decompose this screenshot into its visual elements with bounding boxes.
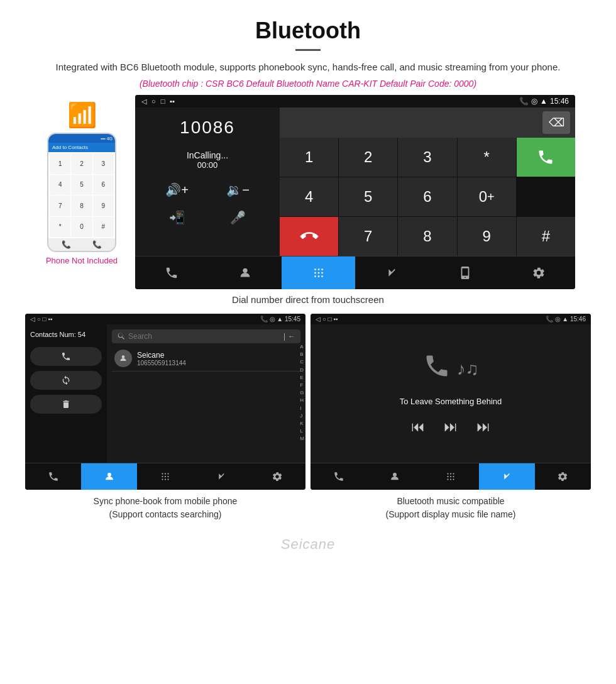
- bottom-call-log[interactable]: [135, 256, 209, 289]
- alpha-j: J: [300, 412, 304, 419]
- music-status-time: 15:46: [570, 316, 586, 323]
- phone-key-6[interactable]: 6: [93, 175, 114, 196]
- phone-key-0[interactable]: 0: [71, 217, 92, 238]
- bottom-contacts[interactable]: [209, 256, 282, 289]
- phone-key-4[interactable]: 4: [50, 175, 70, 196]
- phone-key-star[interactable]: *: [50, 217, 70, 238]
- cb-contacts-active[interactable]: [81, 463, 137, 490]
- alpha-b: B: [300, 351, 304, 358]
- call-action-button[interactable]: [30, 347, 102, 366]
- phone-key-1[interactable]: 1: [50, 153, 70, 174]
- mb-settings[interactable]: [535, 463, 591, 490]
- phone-key-7[interactable]: 7: [50, 196, 70, 216]
- phone-key-hash[interactable]: #: [93, 217, 114, 238]
- alpha-h: H: [300, 397, 304, 404]
- sync-action-button[interactable]: [30, 371, 102, 390]
- mb-bluetooth-active[interactable]: [479, 463, 535, 490]
- contacts-right-panel: | ← Seicane 10655059113144: [107, 324, 305, 463]
- backspace-button[interactable]: ⌫: [542, 111, 570, 134]
- wifi-status-icon: ▲: [540, 97, 547, 106]
- volume-up-icon[interactable]: 🔊+: [165, 182, 189, 197]
- svg-point-10: [122, 355, 125, 358]
- key-7[interactable]: 7: [339, 217, 397, 256]
- bottom-bt-phone[interactable]: [429, 256, 502, 289]
- play-pause-button[interactable]: ⏭: [444, 419, 458, 435]
- main-bottom-bar: [135, 256, 575, 289]
- cb-call[interactable]: [25, 463, 81, 490]
- bottom-bluetooth[interactable]: [355, 256, 429, 289]
- page-title: Bluetooth: [25, 18, 591, 44]
- main-status-bar: ◁ ○ □ ▪▪ 📞 ◎ ▲ 15:46: [135, 95, 575, 108]
- main-content-area: 📶 ▪▪▪ 4G Add to Contacts 1 2 3 4 5 6 7 8: [0, 95, 616, 289]
- key-4[interactable]: 4: [280, 177, 338, 216]
- phone-key-3[interactable]: 3: [93, 153, 114, 174]
- music-status-right: 📞 ◎ ▲ 15:46: [546, 316, 586, 323]
- small-screens-row: ◁ ○ □ ▪▪ 📞 ◎ ▲ 15:45 Contacts Num: 54: [0, 314, 616, 490]
- svg-point-1: [314, 268, 316, 270]
- phone-key-9[interactable]: 9: [93, 196, 114, 216]
- phone-mock-header: Add to Contacts: [48, 143, 115, 152]
- key-8[interactable]: 8: [398, 217, 456, 256]
- phone-key-8[interactable]: 8: [71, 196, 92, 216]
- alpha-i: I: [300, 405, 304, 412]
- previous-track-button[interactable]: ⏮: [411, 419, 425, 435]
- mute-mic-icon[interactable]: 🎤: [230, 210, 246, 225]
- svg-point-28: [447, 478, 448, 480]
- key-3[interactable]: 3: [398, 138, 456, 177]
- phone-mock-status-icons: ▪▪▪ 4G: [101, 136, 113, 141]
- phone-key-2[interactable]: 2: [71, 153, 92, 174]
- cb-numpad[interactable]: [137, 463, 193, 490]
- location-status-icon: ◎: [531, 97, 537, 106]
- svg-point-29: [450, 478, 451, 480]
- contact-entry[interactable]: Seicane 10655059113144: [112, 346, 300, 372]
- next-track-button[interactable]: ⏭: [476, 419, 490, 435]
- music-phone-icon: [423, 352, 451, 385]
- key-2[interactable]: 2: [339, 138, 397, 177]
- search-input[interactable]: [128, 332, 281, 341]
- backspace-search-icon[interactable]: ←: [288, 332, 295, 341]
- bt-info-text: (Bluetooth chip : CSR BC6 Default Blueto…: [25, 79, 591, 89]
- status-right-icons: 📞 ◎ ▲ 15:46: [519, 97, 569, 106]
- key-0plus[interactable]: 0+: [458, 177, 516, 216]
- bottom-numpad-active[interactable]: [282, 256, 355, 289]
- svg-point-5: [317, 272, 319, 274]
- bottom-settings[interactable]: [502, 256, 575, 289]
- phone-mockup: ▪▪▪ 4G Add to Contacts 1 2 3 4 5 6 7 8 9…: [47, 133, 116, 252]
- phone-mock-end-icon: 📞: [92, 240, 102, 249]
- alpha-k: K: [300, 420, 304, 427]
- key-9[interactable]: 9: [458, 217, 516, 256]
- delete-action-button[interactable]: [30, 395, 102, 414]
- music-icon-area: ♪♫: [423, 352, 479, 385]
- mb-contacts[interactable]: [366, 463, 422, 490]
- alpha-m: M: [300, 435, 304, 442]
- key-5[interactable]: 5: [339, 177, 397, 216]
- key-star[interactable]: *: [458, 138, 516, 177]
- svg-point-16: [165, 476, 166, 477]
- end-call-button[interactable]: [280, 217, 338, 256]
- music-song-title: To Leave Something Behind: [400, 397, 502, 406]
- call-status-text: InCalling...: [146, 150, 268, 160]
- key-6[interactable]: 6: [398, 177, 456, 216]
- volume-down-icon[interactable]: 🔉−: [226, 182, 250, 197]
- right-screen-caption: Bluetooth music compatible (Support disp…: [311, 495, 591, 521]
- cb-settings[interactable]: [250, 463, 305, 490]
- call-green-button[interactable]: [517, 138, 575, 177]
- svg-point-19: [165, 478, 166, 480]
- key-1[interactable]: 1: [280, 138, 338, 177]
- transfer-call-icon[interactable]: 📲: [169, 210, 185, 225]
- alpha-e: E: [300, 374, 304, 381]
- key-hash[interactable]: #: [517, 217, 575, 256]
- phone-key-5[interactable]: 5: [71, 175, 92, 196]
- recent-icon: □: [161, 97, 165, 105]
- music-bottom-bar: [311, 463, 591, 490]
- contacts-status-bar: ◁ ○ □ ▪▪ 📞 ◎ ▲ 15:45: [25, 314, 305, 324]
- svg-point-22: [447, 473, 448, 474]
- contacts-count-label: Contacts Num: 54: [30, 331, 102, 338]
- mb-call[interactable]: [311, 463, 366, 490]
- svg-point-17: [167, 476, 168, 477]
- cb-bluetooth[interactable]: [194, 463, 250, 490]
- search-row[interactable]: | ←: [112, 329, 300, 343]
- contacts-status-left: ◁ ○ □ ▪▪: [30, 316, 53, 323]
- dial-screen-caption: Dial number direct from touchscreen: [0, 289, 616, 314]
- mb-numpad[interactable]: [422, 463, 478, 490]
